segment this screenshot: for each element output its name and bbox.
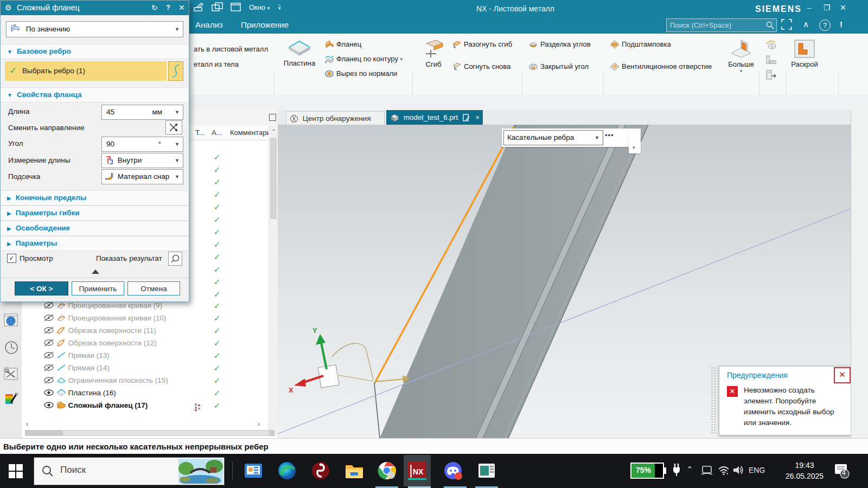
- notification-icon[interactable]: [833, 463, 850, 481]
- scrollbar-thumb[interactable]: [270, 138, 277, 219]
- command-search-input[interactable]: Поиск (Ctrl+Space): [666, 18, 777, 32]
- select-edge-field[interactable]: ✓ Выбрать ребро (1): [5, 61, 167, 81]
- flange-type-dropdown[interactable]: По значению▼: [6, 21, 183, 37]
- ribbon-tab-application[interactable]: Приложение: [241, 20, 289, 29]
- feature-row[interactable]: Обрезка поверхности (12): [43, 338, 260, 351]
- reverse-direction-button[interactable]: [165, 120, 182, 134]
- taskbar-discord-icon[interactable]: [443, 460, 463, 481]
- window-icon[interactable]: [231, 2, 241, 14]
- section-flange-properties[interactable]: ▼Свойства фланца: [1, 87, 189, 102]
- section-bend-parameters[interactable]: ▶Параметры гибки: [1, 206, 189, 221]
- taskbar-presentation-app-icon[interactable]: [243, 460, 264, 481]
- dialog-help-icon[interactable]: ?: [166, 3, 170, 11]
- battery-indicator[interactable]: 75%: [630, 463, 664, 479]
- overlay-expander[interactable]: ▾: [629, 129, 641, 153]
- dialog-close-icon[interactable]: ✕: [178, 3, 185, 12]
- curve-rule-button[interactable]: [168, 61, 183, 81]
- ribbon-button-more[interactable]: Больше ▾: [725, 39, 757, 74]
- angle-input[interactable]: 90 ° ▼: [101, 137, 183, 152]
- hidden-icons-chevron[interactable]: ⌃: [686, 465, 693, 474]
- column-header-a[interactable]: А...: [212, 129, 222, 137]
- ribbon-item-contour-flange[interactable]: Фланец по контуру ▾: [324, 54, 403, 63]
- start-button[interactable]: [9, 464, 23, 480]
- taskbar-search[interactable]: Поиск: [34, 457, 225, 485]
- export-flat-icon[interactable]: [765, 69, 777, 82]
- apply-button[interactable]: Применить: [72, 281, 124, 296]
- taskbar-explorer-icon[interactable]: [344, 460, 365, 481]
- ribbon-item-flange[interactable]: Фланец: [324, 40, 361, 49]
- hidden-eye-icon[interactable]: [43, 326, 54, 334]
- edge-filter-dropdown[interactable]: Касательные ребра▼: [503, 130, 603, 145]
- ribbon-item-louver[interactable]: Вентиляционное отверстие: [610, 62, 712, 71]
- feature-row[interactable]: Проецированная кривая (10): [43, 313, 260, 326]
- cast-icon[interactable]: [701, 465, 713, 478]
- feature-row[interactable]: Проецированная кривая (9): [43, 301, 260, 313]
- feature-row[interactable]: Обрезка поверхности (11): [43, 326, 260, 338]
- alerts-icon[interactable]: !: [840, 20, 843, 29]
- navigator-vertical-scrollbar[interactable]: ⌃ ⌄: [269, 126, 278, 436]
- section-parameters[interactable]: ▶Параметры: [1, 236, 189, 251]
- section-relief[interactable]: ▶Освобождение: [1, 221, 189, 236]
- preview-checkbox[interactable]: ✓: [7, 254, 16, 263]
- hidden-eye-icon[interactable]: [43, 351, 54, 359]
- ribbon-button-flat-pattern[interactable]: Раскрой: [788, 39, 821, 68]
- feature-row[interactable]: Ограниченная плоскость (15): [43, 376, 260, 388]
- fullscreen-icon[interactable]: [781, 19, 792, 31]
- ribbon-item-rebend[interactable]: Согнуть снова: [452, 62, 510, 71]
- length-reference-dropdown[interactable]: Внутри▼: [101, 153, 183, 168]
- tab-model-test-6[interactable]: model_test_6.prt ×: [386, 110, 483, 125]
- ribbon-item-normal-cutout[interactable]: Вырез по нормали: [324, 69, 397, 78]
- bend-table-icon[interactable]: [765, 54, 777, 67]
- inset-dropdown[interactable]: Материал снар▼: [101, 169, 183, 184]
- hidden-eye-icon[interactable]: [43, 314, 54, 322]
- tools-icon[interactable]: [4, 367, 18, 383]
- restore-button[interactable]: ❐: [824, 3, 831, 12]
- taskbar-nx-icon[interactable]: NX: [407, 460, 427, 481]
- dialog-title-bar[interactable]: ⚙ Сложный фланец ↻ ? ✕: [1, 1, 189, 15]
- ribbon-button-bend[interactable]: Сгиб: [417, 39, 450, 68]
- more-options-button[interactable]: •••: [605, 131, 614, 139]
- ribbon-button-plate[interactable]: Пластина: [279, 39, 320, 67]
- web-browser-icon[interactable]: [4, 313, 18, 329]
- sketch-tool-icon[interactable]: [765, 39, 777, 52]
- tab-discovery-center[interactable]: Центр обнаружения: [286, 111, 385, 125]
- hidden-eye-icon[interactable]: [43, 364, 54, 371]
- feature-row[interactable]: Пластина (16): [43, 388, 260, 401]
- help-icon[interactable]: ?: [819, 20, 831, 31]
- dialog-collapse-icon[interactable]: [92, 269, 99, 274]
- hidden-eye-icon[interactable]: [43, 301, 54, 309]
- stamp-icon[interactable]: [193, 2, 204, 14]
- feature-row-selected[interactable]: Сложный фланец (17): [43, 401, 260, 413]
- language-indicator[interactable]: ENG: [749, 466, 765, 474]
- column-header-t[interactable]: Т...: [195, 129, 205, 137]
- scroll-up-icon[interactable]: ⌃: [269, 129, 278, 134]
- ribbon-item-corner-relief[interactable]: Разделка углов: [528, 40, 591, 49]
- taskbar-edge-icon[interactable]: [277, 460, 297, 481]
- feature-row[interactable]: Прямая (14): [43, 363, 260, 376]
- qat-customize-icon[interactable]: ▾: [278, 5, 281, 11]
- column-header-comment[interactable]: Комментарий: [230, 129, 275, 137]
- scroll-right-icon[interactable]: ›: [258, 420, 260, 428]
- ribbon-item-unbend[interactable]: Разогнуть сгиб: [452, 40, 512, 49]
- close-button[interactable]: ✕: [840, 3, 846, 12]
- ok-button[interactable]: < ОК >: [15, 281, 68, 296]
- cascade-windows-icon[interactable]: [212, 2, 224, 14]
- reset-icon[interactable]: ↻: [151, 3, 158, 12]
- feature-row[interactable]: Прямая (13): [43, 351, 260, 363]
- warning-close-button[interactable]: ✕: [834, 367, 851, 383]
- section-end-limits[interactable]: ▶Конечные пределы: [1, 190, 189, 206]
- visible-eye-icon[interactable]: [43, 389, 54, 396]
- taskbar-window-app-icon[interactable]: [476, 460, 497, 481]
- hidden-eye-icon[interactable]: [43, 376, 54, 384]
- clock[interactable]: 19:43 26.05.2025: [780, 460, 829, 481]
- cancel-button[interactable]: Отмена: [127, 281, 180, 296]
- section-base-edge[interactable]: ▼Базовое ребро: [1, 44, 189, 59]
- taskbar-chrome-icon[interactable]: [376, 460, 397, 481]
- ribbon-item-convert-to-sheetmetal[interactable]: ать в листовой металл: [194, 44, 268, 53]
- minimize-ribbon-icon[interactable]: ∧: [803, 20, 809, 29]
- minimize-button[interactable]: –: [807, 3, 812, 12]
- wifi-icon[interactable]: [717, 465, 730, 478]
- window-menu[interactable]: Окно ▾: [249, 3, 270, 11]
- scroll-left-icon[interactable]: ‹: [26, 420, 28, 428]
- search-highlight-image[interactable]: [178, 459, 223, 484]
